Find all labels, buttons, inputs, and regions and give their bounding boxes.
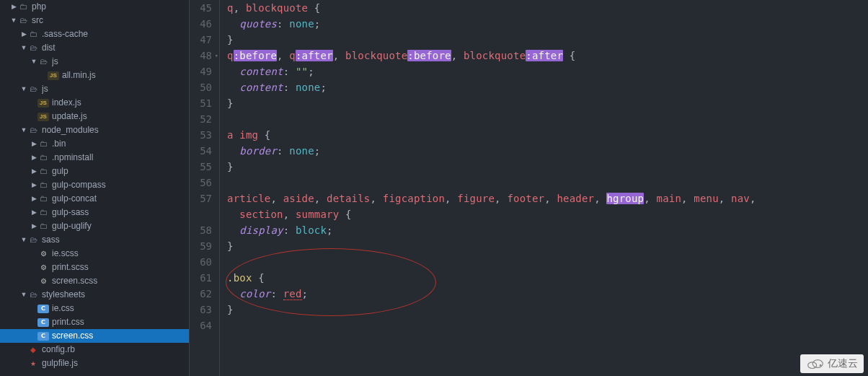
code-line-wrap[interactable]: section, summary { bbox=[227, 206, 868, 222]
code-line[interactable]: q:before, q:after, blockquote:before, bl… bbox=[227, 48, 868, 64]
folder-row--sass-cache[interactable]: ▶.sass-cache bbox=[0, 27, 189, 41]
code-line[interactable]: a img { bbox=[227, 127, 868, 143]
file-row-config-rb[interactable]: ▶config.rb bbox=[0, 343, 189, 357]
code-line[interactable]: } bbox=[227, 159, 868, 175]
folder-row-gulp-compass[interactable]: ▶gulp-compass bbox=[0, 178, 189, 192]
tree-item-label: all.min.js bbox=[62, 69, 189, 82]
css-icon bbox=[37, 318, 49, 327]
svg-point-1 bbox=[812, 360, 823, 368]
file-row-print-scss[interactable]: ▶print.scss bbox=[0, 261, 189, 274]
code-line[interactable]: display: block; bbox=[227, 222, 868, 238]
folder-icon bbox=[27, 288, 39, 302]
disclosure-triangle[interactable]: ▶ bbox=[30, 206, 37, 219]
file-row-ie-css[interactable]: ▶ie.css bbox=[0, 302, 189, 315]
disclosure-triangle[interactable]: ▼ bbox=[20, 123, 27, 137]
tree-item-label: screen.scss bbox=[52, 274, 189, 288]
disclosure-triangle[interactable]: ▶ bbox=[30, 137, 37, 151]
tree-item-label: .sass-cache bbox=[42, 27, 189, 41]
disclosure-triangle[interactable]: ▶ bbox=[20, 27, 27, 41]
line-number: 60 bbox=[190, 254, 212, 270]
folder-icon bbox=[27, 123, 39, 137]
folder-row-js[interactable]: ▼js bbox=[0, 55, 189, 69]
disclosure-triangle[interactable]: ▶ bbox=[30, 178, 37, 192]
code-line[interactable]: } bbox=[227, 302, 868, 318]
css-icon bbox=[37, 332, 49, 341]
file-row-screen-scss[interactable]: ▶screen.scss bbox=[0, 274, 189, 288]
file-row-gulpfile-js[interactable]: ▶gulpfile.js bbox=[0, 357, 189, 370]
code-line[interactable]: q, blockquote { bbox=[227, 0, 868, 16]
disclosure-triangle[interactable]: ▼ bbox=[20, 82, 27, 96]
code-line[interactable]: .box { bbox=[227, 270, 868, 286]
line-number: 45 bbox=[190, 0, 212, 16]
folder-row-gulp[interactable]: ▶gulp bbox=[0, 165, 189, 178]
watermark: 亿速云 bbox=[800, 354, 864, 373]
code-line[interactable]: quotes: none; bbox=[227, 16, 868, 32]
code-line[interactable] bbox=[227, 175, 868, 191]
disclosure-triangle[interactable]: ▶ bbox=[30, 151, 37, 165]
disclosure-triangle[interactable]: ▶ bbox=[30, 165, 37, 178]
file-row-screen-css[interactable]: ▶screen.css bbox=[0, 329, 189, 343]
folder-row-gulp-uglify[interactable]: ▶gulp-uglify bbox=[0, 219, 189, 233]
code-line[interactable]: } bbox=[227, 32, 868, 48]
line-number: 51 bbox=[190, 95, 212, 111]
app-root: ▶php▼src▶.sass-cache▼dist▼js▶all.min.js▼… bbox=[0, 0, 868, 376]
line-number: 64 bbox=[190, 318, 212, 333]
tree-item-label: php bbox=[32, 0, 189, 14]
code-line[interactable] bbox=[227, 111, 868, 127]
tree-item-label: update.js bbox=[52, 110, 189, 123]
code-line[interactable] bbox=[227, 318, 868, 333]
line-number: 63 bbox=[190, 302, 212, 318]
code-line[interactable]: border: none; bbox=[227, 143, 868, 159]
folder-row-stylesheets[interactable]: ▼stylesheets bbox=[0, 288, 189, 302]
disclosure-triangle[interactable]: ▼ bbox=[10, 14, 17, 27]
code-line[interactable] bbox=[227, 254, 868, 270]
file-row-index-js[interactable]: ▶index.js bbox=[0, 96, 189, 110]
code-line[interactable]: } bbox=[227, 238, 868, 254]
line-number: 52 bbox=[190, 111, 212, 127]
tree-item-label: .npminstall bbox=[52, 151, 189, 165]
folder-row-gulp-sass[interactable]: ▶gulp-sass bbox=[0, 206, 189, 219]
file-row-ie-scss[interactable]: ▶ie.scss bbox=[0, 247, 189, 261]
line-number: 55 bbox=[190, 159, 212, 175]
disclosure-triangle[interactable]: ▶ bbox=[30, 219, 37, 233]
line-number-gutter: 45464748495051525354555657 5859606162636… bbox=[190, 0, 220, 376]
line-number: 49 bbox=[190, 64, 212, 79]
disclosure-triangle[interactable]: ▶ bbox=[10, 0, 17, 14]
js-icon bbox=[37, 99, 49, 108]
folder-icon bbox=[37, 206, 49, 219]
code-content[interactable]: q, blockquote { quotes: none;}q:before, … bbox=[220, 0, 868, 376]
folder-row-js[interactable]: ▼js bbox=[0, 82, 189, 96]
folder-row-src[interactable]: ▼src bbox=[0, 14, 189, 27]
code-line[interactable]: color: red; bbox=[227, 286, 868, 302]
folder-icon bbox=[27, 82, 39, 96]
folder-icon bbox=[37, 192, 49, 206]
folder-row--npminstall[interactable]: ▶.npminstall bbox=[0, 151, 189, 165]
sassf-icon bbox=[37, 261, 49, 274]
folder-row-sass[interactable]: ▼sass bbox=[0, 233, 189, 247]
disclosure-triangle[interactable]: ▼ bbox=[20, 233, 27, 247]
line-number: 58 bbox=[190, 222, 212, 238]
code-line[interactable]: } bbox=[227, 95, 868, 111]
disclosure-triangle[interactable]: ▼ bbox=[30, 55, 37, 69]
folder-row-node-modules[interactable]: ▼node_modules bbox=[0, 123, 189, 137]
tree-item-label: stylesheets bbox=[42, 288, 189, 302]
tree-item-label: screen.css bbox=[52, 329, 189, 343]
disclosure-triangle[interactable]: ▶ bbox=[30, 192, 37, 206]
code-line[interactable]: content: ""; bbox=[227, 64, 868, 79]
line-number: 56 bbox=[190, 175, 212, 191]
folder-row-php[interactable]: ▶php bbox=[0, 0, 189, 14]
tree-item-label: src bbox=[32, 14, 189, 27]
code-line[interactable]: content: none; bbox=[227, 79, 868, 95]
folder-row-dist[interactable]: ▼dist bbox=[0, 41, 189, 55]
folder-row--bin[interactable]: ▶.bin bbox=[0, 137, 189, 151]
line-number: 57 bbox=[190, 191, 212, 206]
file-row-all-min-js[interactable]: ▶all.min.js bbox=[0, 69, 189, 82]
folder-row-gulp-concat[interactable]: ▶gulp-concat bbox=[0, 192, 189, 206]
disclosure-triangle[interactable]: ▼ bbox=[20, 41, 27, 55]
folder-icon bbox=[37, 55, 49, 69]
file-tree[interactable]: ▶php▼src▶.sass-cache▼dist▼js▶all.min.js▼… bbox=[0, 0, 190, 376]
file-row-print-css[interactable]: ▶print.css bbox=[0, 315, 189, 329]
file-row-update-js[interactable]: ▶update.js bbox=[0, 110, 189, 123]
disclosure-triangle[interactable]: ▼ bbox=[20, 288, 27, 302]
code-line[interactable]: article, aside, details, figcaption, fig… bbox=[227, 191, 868, 206]
